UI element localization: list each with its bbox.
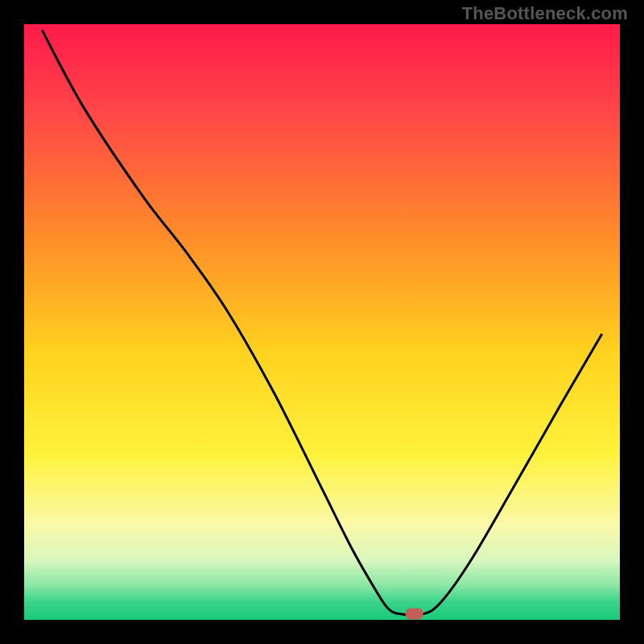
chart-frame: { "watermark": "TheBottleneck.com", "cha…	[0, 0, 644, 644]
chart-background-gradient	[24, 24, 620, 620]
watermark-text: TheBottleneck.com	[462, 3, 628, 24]
optimum-marker	[406, 609, 423, 620]
bottleneck-chart	[0, 0, 644, 644]
